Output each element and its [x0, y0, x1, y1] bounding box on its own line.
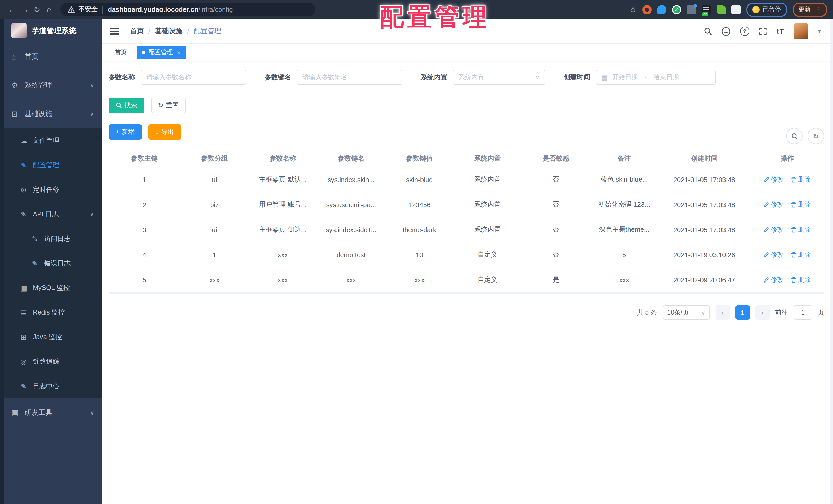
app-logo[interactable]: 芋道管理系统: [0, 19, 102, 43]
close-icon[interactable]: ×: [177, 49, 181, 56]
sidebar-item-home[interactable]: ⌂ 首页: [0, 43, 102, 71]
sidebar-item-infra[interactable]: ⊡ 基础设施 ∧: [0, 100, 102, 128]
extensions-puzzle-icon[interactable]: [731, 5, 741, 14]
screen: ← → ↻ ⌂ 不安全 | dashboard.yudao.iocoder.cn…: [0, 0, 833, 504]
sidebar-item-system[interactable]: ⚙ 系统管理 ∨: [0, 71, 102, 100]
url-bar[interactable]: 不安全 | dashboard.yudao.iocoder.cn /infra/…: [61, 3, 315, 16]
sidebar-edge: [0, 19, 4, 504]
browser-home-icon[interactable]: ⌂: [43, 5, 55, 14]
sidebar-item-error-log[interactable]: ✎ 错误日志: [0, 251, 102, 276]
help-icon[interactable]: ?: [740, 27, 749, 36]
delete-link[interactable]: 删除: [791, 200, 811, 209]
calendar-icon: ▦: [601, 73, 608, 81]
sidebar-item-file-manage[interactable]: ☁ 文件管理: [0, 128, 102, 153]
breadcrumb-separator: /: [148, 27, 150, 35]
font-size-icon[interactable]: tT: [777, 27, 784, 35]
edit-link[interactable]: 修改: [764, 200, 784, 209]
add-button[interactable]: + 新增: [109, 124, 142, 140]
plus-icon: +: [116, 129, 119, 135]
extension-gray-icon[interactable]: [687, 5, 696, 14]
monitor-icon: ⊡: [11, 109, 25, 119]
sidebar-item-redis-monitor[interactable]: ≣ Redis 监控: [0, 300, 102, 325]
security-label: 不安全: [78, 5, 97, 14]
timer-icon: ⊙: [21, 186, 33, 194]
cell: xxx: [590, 276, 658, 283]
paused-pill[interactable]: 已暂停: [746, 2, 787, 17]
page-unit-label: 页: [818, 308, 824, 317]
next-page-button[interactable]: ›: [755, 305, 769, 320]
fullscreen-icon[interactable]: [759, 27, 767, 35]
extension-pin-icon[interactable]: [657, 5, 666, 14]
sidebar-item-dev-tools[interactable]: ▣ 研发工具 ∨: [0, 398, 102, 427]
extension-leaf-icon[interactable]: [717, 5, 726, 14]
extension-on-icon[interactable]: [702, 5, 711, 14]
delete-label: 删除: [798, 275, 811, 284]
sidebar-item-access-log[interactable]: ✎ 访问日志: [0, 227, 102, 251]
github-icon[interactable]: [722, 27, 731, 35]
main-area: 首页 / 基础设施 / 配置管理 ?: [102, 19, 833, 504]
extension-orange-icon[interactable]: [642, 5, 651, 14]
sidebar-item-api-log[interactable]: ✎ API 日志 ∧: [0, 202, 102, 227]
export-button[interactable]: ↓ 导出: [148, 124, 181, 140]
browser-forward-icon[interactable]: →: [19, 5, 31, 14]
sidebar-item-label: 系统管理: [25, 81, 52, 90]
edit-link[interactable]: 修改: [764, 250, 784, 259]
scrollbar[interactable]: [830, 19, 833, 504]
app-title: 芋道管理系统: [32, 26, 76, 35]
help-glyph: ?: [740, 27, 749, 36]
browser-back-icon[interactable]: ←: [6, 5, 19, 14]
edit-link[interactable]: 修改: [764, 275, 784, 284]
log-edit-icon: ✎: [32, 259, 44, 268]
reset-button[interactable]: ↻ 重置: [151, 98, 186, 113]
user-menu-caret-icon[interactable]: ▾: [818, 28, 821, 34]
refresh-button[interactable]: ↻: [808, 128, 824, 144]
sidebar-toggle-icon[interactable]: [110, 28, 119, 34]
tab-config-manage[interactable]: 配置管理 ×: [137, 46, 186, 59]
search-button[interactable]: 搜索: [109, 98, 144, 113]
search-icon: [116, 102, 122, 108]
edit-link[interactable]: 修改: [764, 175, 784, 184]
extension-check-icon[interactable]: ✓: [672, 5, 681, 14]
browser-update-button[interactable]: 更新 ⋮: [793, 2, 827, 17]
tab-home[interactable]: 首页: [110, 46, 132, 59]
breadcrumb-infra[interactable]: 基础设施: [155, 27, 183, 36]
edit-label: 修改: [771, 225, 784, 234]
user-avatar[interactable]: [794, 23, 808, 40]
filter-form: 参数名称 参数键名 系统内置 系统内置 ∨: [109, 70, 825, 85]
param-key-input[interactable]: [297, 70, 402, 85]
chevron-up-icon: ∧: [90, 211, 94, 218]
page-size-select[interactable]: 10条/页 ∨: [663, 305, 710, 320]
sidebar-item-mysql-monitor[interactable]: ▦ MySQL 监控: [0, 276, 102, 300]
edit-link[interactable]: 修改: [764, 225, 784, 234]
sidebar-item-log-center[interactable]: ✎ 日志中心: [0, 374, 102, 398]
sidebar-submenu-infra: ☁ 文件管理 ✎ 配置管理 ⊙ 定时任务 ✎ API 日志 ∧ ✎: [0, 128, 102, 398]
search-icon[interactable]: [704, 27, 712, 35]
sidebar-item-config-manage[interactable]: ✎ 配置管理: [0, 153, 102, 177]
delete-link[interactable]: 删除: [791, 250, 811, 259]
page-1-button[interactable]: 1: [735, 305, 749, 320]
cell: 1: [109, 176, 180, 183]
system-type-select[interactable]: 系统内置 ∨: [453, 70, 545, 85]
delete-link[interactable]: 删除: [791, 175, 811, 184]
browser-menu-icon[interactable]: ⋮: [815, 6, 822, 13]
bookmark-star-icon[interactable]: ☆: [629, 5, 637, 14]
delete-link[interactable]: 删除: [791, 225, 811, 234]
col-header: 参数键名: [317, 154, 385, 163]
sidebar-item-trace[interactable]: ◎ 链路追踪: [0, 349, 102, 374]
toggle-search-button[interactable]: [786, 128, 803, 144]
sidebar: 芋道管理系统 ⌂ 首页 ⚙ 系统管理 ∨ ⊡ 基础设施 ∧ ☁ 文件管理: [0, 19, 102, 504]
update-label: 更新: [799, 5, 811, 14]
cell: 否: [522, 250, 590, 259]
goto-page-input[interactable]: [793, 305, 812, 320]
browser-reload-icon[interactable]: ↻: [31, 5, 43, 14]
date-range-picker[interactable]: ▦ 开始日期 - 结束日期: [596, 70, 716, 85]
sidebar-item-scheduled-tasks[interactable]: ⊙ 定时任务: [0, 177, 102, 202]
gear-icon: ⚙: [11, 81, 25, 90]
prev-page-button[interactable]: ‹: [715, 305, 730, 320]
url-host: dashboard.yudao.iocoder.cn: [108, 6, 198, 13]
sidebar-item-java-monitor[interactable]: ⊞ Java 监控: [0, 325, 102, 349]
param-name-input[interactable]: [141, 70, 246, 85]
breadcrumb-home[interactable]: 首页: [130, 27, 144, 36]
delete-link[interactable]: 删除: [791, 275, 811, 284]
cell: 系统内置: [453, 200, 522, 209]
